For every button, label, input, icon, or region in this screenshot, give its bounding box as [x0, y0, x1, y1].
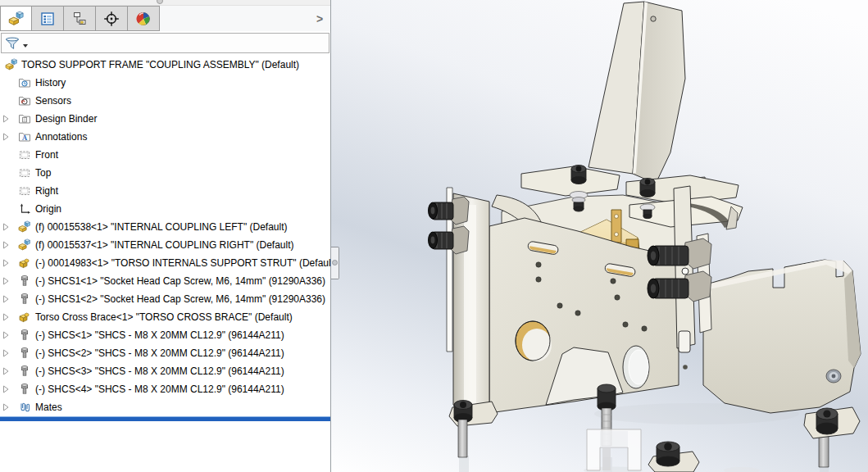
expand-arrow-icon[interactable] — [2, 277, 10, 285]
tree-item-shcs-3[interactable]: (-) SHCS<3> "SHCS - M8 X 20MM CL12.9" (9… — [0, 362, 330, 380]
tree-item-label: (-) SHCS1<1> "Socket Head Cap Screw, M6,… — [35, 275, 325, 287]
tree-item-mates[interactable]: Mates — [0, 398, 330, 416]
screw-icon — [18, 347, 31, 360]
screw-icon — [18, 329, 31, 342]
expand-arrow-icon[interactable] — [2, 331, 10, 339]
tab-displaymanager[interactable] — [128, 6, 160, 31]
expand-arrow-icon[interactable] — [2, 385, 10, 393]
annotations-folder-icon — [18, 130, 31, 143]
tree-item-internal-coupling-left[interactable]: (f) 00015538<1> "INTERNAL COUPLING LEFT"… — [0, 218, 330, 236]
panel-tab-bar: > — [0, 6, 330, 31]
tab-overflow-chevron[interactable]: > — [309, 6, 330, 31]
expand-arrow-icon[interactable] — [2, 259, 10, 267]
expand-arrow-icon[interactable] — [2, 403, 10, 411]
screw-icon — [18, 275, 31, 288]
tree-item-label: (-) SHCS<2> "SHCS - M8 X 20MM CL12.9" (9… — [35, 347, 284, 359]
tree-item-label: Mates — [35, 402, 62, 413]
plane-icon — [18, 148, 31, 161]
tree-item-label: (-) SHCS<1> "SHCS - M8 X 20MM CL12.9" (9… — [35, 329, 284, 341]
propertymanager-icon — [39, 11, 56, 27]
displaymanager-icon — [135, 11, 152, 27]
tree-item-top-plane[interactable]: Top — [0, 164, 330, 182]
tree-item-label: TORSO SUPPORT FRAME "COUPLING ASSEMBLY" … — [21, 59, 299, 70]
part-icon — [18, 220, 31, 234]
floor-reflections — [459, 403, 829, 472]
part-icon — [18, 238, 31, 252]
tree-item-shcs1-1[interactable]: (-) SHCS1<1> "Socket Head Cap Screw, M6,… — [0, 272, 330, 290]
expand-arrow-icon[interactable] — [2, 295, 10, 303]
tree-item-torso-internals-support-strut[interactable]: (-) 00014983<1> "TORSO INTERNALS SUPPORT… — [0, 254, 330, 272]
tree-item-label: History — [35, 77, 66, 88]
panel-top-strip — [0, 0, 330, 6]
expand-arrow-icon[interactable] — [2, 115, 10, 123]
model-fin-bracket[interactable] — [589, 2, 685, 184]
panel-splitter-handle[interactable] — [331, 247, 339, 279]
tree-item-internal-coupling-right[interactable]: (f) 00015537<1> "INTERNAL COUPLING RIGHT… — [0, 236, 330, 254]
part-yellow-icon — [18, 311, 31, 324]
dimxpertmanager-icon — [103, 11, 120, 27]
tree-item-front-plane[interactable]: Front — [0, 146, 330, 164]
tree-item-sensors[interactable]: Sensors — [0, 92, 330, 110]
assembly-icon — [5, 58, 18, 71]
design-binder-folder-icon — [18, 112, 31, 125]
tree-item-label: Torso Cross Brace<1> "TORSO CROSS BRACE"… — [35, 311, 293, 323]
tree-item-shcs1-2[interactable]: (-) SHCS1<2> "Socket Head Cap Screw, M6,… — [0, 290, 330, 308]
tree-item-origin[interactable]: Origin — [0, 200, 330, 218]
plane-icon — [18, 184, 31, 197]
rollback-bar[interactable] — [0, 416, 330, 421]
model-midright-foot-screw[interactable] — [648, 442, 699, 472]
mates-paperclip-icon — [18, 401, 31, 414]
tree-item-design-binder[interactable]: Design Binder — [0, 110, 330, 128]
model-left-foot-screw[interactable] — [449, 401, 498, 458]
screw-icon — [18, 383, 31, 396]
filter-funnel-icon[interactable] — [5, 37, 20, 50]
featuremanager-tree-icon — [8, 11, 25, 27]
splitter-grip-dot — [332, 260, 338, 266]
model-right-wall[interactable] — [703, 260, 861, 413]
graphics-area[interactable] — [331, 0, 868, 472]
tab-propertymanager[interactable] — [32, 6, 64, 31]
expand-arrow-icon[interactable] — [2, 367, 10, 375]
tree-item-label: Origin — [35, 203, 61, 215]
tree-item-shcs-1[interactable]: (-) SHCS<1> "SHCS - M8 X 20MM CL12.9" (9… — [0, 326, 330, 344]
expand-arrow-icon[interactable] — [2, 223, 10, 231]
tree-item-label: Sensors — [35, 95, 71, 107]
tree-item-label: Right — [35, 185, 58, 197]
expand-arrow-icon[interactable] — [2, 133, 10, 141]
sensors-folder-icon — [18, 94, 31, 107]
expand-arrow-icon[interactable] — [2, 349, 10, 357]
tree-item-shcs-2[interactable]: (-) SHCS<2> "SHCS - M8 X 20MM CL12.9" (9… — [0, 344, 330, 362]
filter-caret-down-icon[interactable] — [23, 44, 28, 48]
tree-item-label: (-) 00014983<1> "TORSO INTERNALS SUPPORT… — [35, 257, 337, 269]
tree-item-history[interactable]: History — [0, 74, 330, 92]
tab-bar-spacer — [160, 6, 309, 31]
screw-icon — [18, 365, 31, 378]
feature-tree: TORSO SUPPORT FRAME "COUPLING ASSEMBLY" … — [0, 53, 330, 416]
model-right-foot-screw[interactable] — [804, 407, 860, 467]
expand-arrow-icon[interactable] — [2, 241, 10, 249]
tree-item-torso-cross-brace[interactable]: Torso Cross Brace<1> "TORSO CROSS BRACE"… — [0, 308, 330, 326]
tree-item-label: Top — [35, 167, 51, 179]
origin-icon — [18, 202, 31, 216]
tree-item-label: (-) SHCS1<2> "Socket Head Cap Screw, M6,… — [35, 293, 325, 305]
part-yellow-icon — [18, 256, 31, 270]
tab-featuremanager-tree[interactable] — [0, 6, 32, 31]
assembly-3d-model[interactable] — [331, 0, 868, 472]
configurationmanager-icon — [71, 11, 88, 27]
tree-item-label: (-) SHCS<3> "SHCS - M8 X 20MM CL12.9" (9… — [35, 365, 284, 377]
solidworks-window: > TORSO SUPPORT FRAME "COUPLING ASSEMBLY… — [0, 0, 868, 472]
tab-dimxpertmanager[interactable] — [96, 6, 128, 31]
tree-item-label: (f) 00015538<1> "INTERNAL COUPLING LEFT"… — [35, 221, 288, 233]
tree-item-annotations[interactable]: Annotations — [0, 128, 330, 146]
tree-item-label: (f) 00015537<1> "INTERNAL COUPLING RIGHT… — [35, 239, 294, 251]
expand-arrow-icon[interactable] — [2, 313, 10, 321]
featuremanager-panel: > TORSO SUPPORT FRAME "COUPLING ASSEMBLY… — [0, 0, 331, 472]
tree-item-shcs-4[interactable]: (-) SHCS<4> "SHCS - M8 X 20MM CL12.9" (9… — [0, 380, 330, 398]
tab-configurationmanager[interactable] — [64, 6, 96, 31]
panel-grip-dot[interactable] — [157, 0, 163, 4]
model-left-wall[interactable] — [447, 188, 489, 420]
tree-item-label: (-) SHCS<4> "SHCS - M8 X 20MM CL12.9" (9… — [35, 384, 284, 395]
tree-item-right-plane[interactable]: Right — [0, 182, 330, 200]
tree-item-assembly-root[interactable]: TORSO SUPPORT FRAME "COUPLING ASSEMBLY" … — [0, 56, 330, 74]
tree-filter-bar[interactable] — [1, 33, 329, 53]
